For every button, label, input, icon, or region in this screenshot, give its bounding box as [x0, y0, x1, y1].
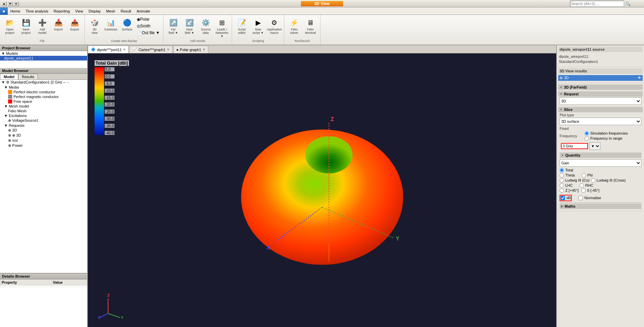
sim-freq-radio[interactable] [585, 131, 589, 136]
near-field-button[interactable]: ↙️ Nearfield ▼ [182, 16, 197, 36]
menu-reporting[interactable]: Reporting [51, 7, 73, 15]
title-bar-controls[interactable]: ▲ ▼ ✕ [1, 1, 19, 6]
quantity-dropdown[interactable]: Gain [560, 159, 641, 167]
app-macro-button[interactable]: ⚙ Applicationmacro [266, 16, 282, 36]
axes-x-label: X [98, 316, 101, 320]
frequency-options: Simulation frequencies Frequency in rang… [585, 131, 628, 141]
import-label: Import [54, 28, 63, 31]
far-field-button[interactable]: ↗️ Farfield ▼ [165, 16, 181, 36]
feko-mesh-item[interactable]: Feko Mesh [0, 109, 87, 113]
models-root[interactable]: ▼ Models [0, 51, 87, 56]
outfile-icon: 📄 [137, 30, 142, 35]
y-axis-label: Y [396, 236, 400, 241]
menu-view[interactable]: View [73, 7, 86, 15]
details-row [0, 285, 87, 287]
theta-radio[interactable] [560, 173, 564, 178]
request-xoz-item[interactable]: ⊕ xoz [0, 138, 87, 143]
voltagesource-item[interactable]: ⊕ VoltageSource1 [0, 118, 87, 123]
rhc-radio[interactable] [579, 183, 584, 188]
menu-result[interactable]: Result [118, 7, 134, 15]
mesh-model-item[interactable]: ▼ Mesh model [0, 104, 87, 109]
menu-home[interactable]: Home [8, 7, 23, 15]
db-checkbox[interactable] [561, 196, 565, 200]
cartesian-tab-icon: 📈 [132, 47, 137, 52]
feko-terminal-button[interactable]: 🖥 Fekoterminal [303, 16, 318, 36]
normalise-checkbox[interactable] [578, 196, 583, 200]
cartesian-tab-label: Cartes***graph1 [138, 48, 165, 52]
tab-cartesian-view[interactable]: 📈 Cartes***graph1 ✕ [129, 46, 173, 53]
source-data-button[interactable]: ⚙️ Sourcedata [198, 16, 213, 36]
s45-radio[interactable] [581, 188, 586, 193]
total-radio[interactable] [560, 168, 564, 172]
ludwig-cross-radio[interactable] [591, 178, 595, 183]
new-script-button[interactable]: ▶ Newscript ▼ [250, 16, 266, 36]
z45-radio-row: Z [+45°] [560, 188, 578, 193]
smith-button[interactable]: ◎ Smith [135, 23, 161, 29]
colorbar-val-8: -35.0 [105, 124, 114, 128]
close-button[interactable]: ✕ [14, 1, 19, 6]
dipole-model-item[interactable]: dipole_wireport11 [0, 56, 87, 61]
save-project-button[interactable]: 💾 Saveproject [18, 16, 34, 36]
import-button[interactable]: 📥 Import [51, 16, 66, 32]
menu-display[interactable]: Display [86, 7, 103, 15]
colorbar-val-7: -30.0 [105, 117, 114, 121]
dipole-tab-close[interactable]: ✕ [123, 48, 126, 51]
pmc-item[interactable]: Perfect magnetic conductor [0, 94, 87, 99]
std-config-item[interactable]: ▼ ⚙ StandardConfiguration1 [2 GHz – ··· [0, 80, 87, 85]
tab-polar-view[interactable]: ● Polar graph1 ✕ [173, 46, 208, 53]
cartesian-button[interactable]: 📊 Cartesian [103, 16, 119, 32]
requests-item[interactable]: ▼ Requests [0, 123, 87, 128]
request-3d-item[interactable]: ⊕ 3D [0, 128, 87, 133]
tab-dipole-view[interactable]: 🔷 dipole***port11 ✕ [88, 46, 129, 53]
plot-type-dropdown[interactable]: 3D surface [560, 118, 641, 125]
3d-view-canvas[interactable]: Total Gain [dBi] 5.0 0.0 -5.0 -10.0 -15.… [88, 53, 556, 327]
feko-solver-button[interactable]: ⚡ Fekosolver [286, 16, 302, 36]
ludwig-co-radio[interactable] [560, 178, 564, 183]
minimize-button[interactable]: ▲ [1, 1, 7, 6]
menu-mesh[interactable]: Mesh [103, 7, 118, 15]
loads-networks-button[interactable]: ⊞ Loads /Networks ▼ [214, 16, 230, 39]
sim-freq-label: Simulation frequencies [590, 131, 628, 135]
phi-radio[interactable] [582, 173, 586, 178]
search-input[interactable] [570, 1, 624, 7]
tab-model[interactable]: Model [0, 74, 18, 79]
view-tabs: 🔷 dipole***port11 ✕ 📈 Cartes***graph1 ✕ … [88, 45, 556, 53]
tab-results[interactable]: Results [18, 74, 38, 79]
restore-button[interactable]: ▼ [7, 1, 13, 6]
z45-radio[interactable] [560, 188, 564, 193]
ribbon-scripting-buttons: 📝 Scripteditor ▶ Newscript ▼ ⚙ Applicati… [234, 16, 282, 39]
freq-unit-dropdown[interactable]: ▼ [589, 142, 600, 150]
ribbon-display-buttons: 🎲 3Dview 📊 Cartesian 🔵 Surface ◉ Polar ◎… [87, 16, 161, 39]
script-editor-button[interactable]: 📝 Scripteditor [234, 16, 250, 36]
freq-value-input[interactable] [561, 143, 588, 149]
freq-range-radio[interactable] [585, 136, 589, 141]
excitations-item[interactable]: ▼ Excitations [0, 113, 87, 118]
polar-button[interactable]: ◉ Polar [135, 16, 161, 22]
maths-collapse-icon[interactable]: ▶ [561, 205, 563, 208]
surface-button[interactable]: 🔵 Surface [119, 16, 135, 32]
media-item[interactable]: ▼ Media [0, 85, 87, 90]
request-collapse-icon[interactable]: ▼ [560, 92, 563, 96]
3d-view-button[interactable]: 🎲 3Dview [87, 16, 102, 36]
cartesian-tab-close[interactable]: ✕ [167, 48, 170, 51]
outfile-button[interactable]: 📄 Out file ▼ [135, 30, 161, 36]
eye-icon[interactable]: 👁 [638, 76, 641, 80]
polar-tab-close[interactable]: ✕ [203, 48, 205, 51]
request-3d2-item[interactable]: ⊕ ⊕ 3D [0, 133, 87, 138]
pec-item[interactable]: Perfect electric conductor [0, 90, 87, 94]
collapse-icon[interactable]: ▼ [560, 86, 563, 89]
source-name: dipole_wireport11: [559, 54, 642, 59]
lhc-radio[interactable] [560, 183, 564, 188]
freespace-item[interactable]: Free space [0, 99, 87, 104]
add-model-button[interactable]: ➕ Addmodel [34, 16, 50, 36]
export-button[interactable]: 📤 Export [67, 16, 82, 32]
antenna-pattern-svg: Z X Y [204, 89, 440, 292]
quantity-collapse-icon[interactable]: ▼ [561, 154, 564, 157]
request-dropdown[interactable]: 3D [560, 97, 641, 105]
menu-time-analysis[interactable]: Time analysis [23, 7, 51, 15]
menu-animate[interactable]: Animate [134, 7, 153, 15]
view-results-3d-item[interactable]: ⊕ 3D 👁 [558, 75, 643, 81]
slice-collapse-icon[interactable]: ▼ [560, 108, 563, 111]
open-project-button[interactable]: 📂 Openproject [2, 16, 18, 36]
request-power-item[interactable]: ⊕ Power [0, 143, 87, 148]
